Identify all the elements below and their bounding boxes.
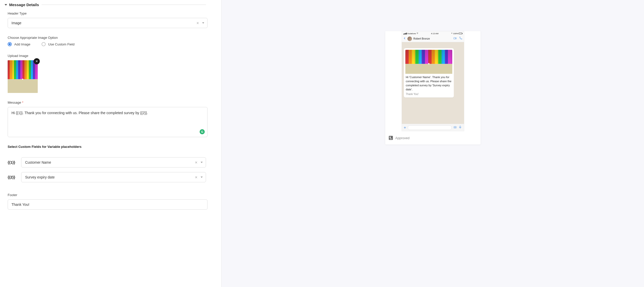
radio-use-custom-field-label: Use Custom Field bbox=[48, 42, 74, 46]
chevron-down-icon bbox=[202, 22, 204, 24]
variable-2-placeholder: {{2}} bbox=[8, 175, 21, 179]
variable-2-value: Survey expiry date bbox=[25, 175, 55, 179]
battery-percent: 100% bbox=[453, 32, 458, 35]
upload-image-label: Upload Image bbox=[8, 54, 206, 58]
status-time: 4:13 AM bbox=[431, 32, 438, 35]
message-footer-text: Thank You! bbox=[405, 93, 452, 96]
remove-image-button[interactable]: ✕ bbox=[34, 58, 40, 64]
header-type-select[interactable]: Image ✕ bbox=[8, 18, 208, 28]
clear-icon[interactable]: ✕ bbox=[195, 161, 198, 164]
camera-icon[interactable] bbox=[453, 125, 457, 130]
message-image bbox=[405, 50, 452, 74]
voice-call-icon[interactable] bbox=[459, 37, 462, 41]
grammarly-icon[interactable]: G bbox=[200, 129, 205, 134]
radio-indicator bbox=[8, 42, 12, 46]
bluetooth-icon bbox=[451, 32, 453, 35]
header-type-label: Header Type bbox=[8, 11, 206, 15]
variable-row-2: {{2}} Survey expiry date ✕ bbox=[8, 172, 206, 182]
chat-body: Hi 'Customer Name'. Thank you for connec… bbox=[402, 42, 464, 124]
chevron-down-icon bbox=[201, 177, 203, 178]
variable-2-select[interactable]: Survey expiry date ✕ bbox=[21, 172, 206, 182]
close-icon: ✕ bbox=[35, 59, 38, 63]
carrier-name: Vodafone bbox=[407, 32, 416, 35]
radio-indicator bbox=[42, 42, 46, 46]
message-label-text: Message bbox=[8, 101, 21, 104]
phone-frame: Vodafone 4:13 AM 100% bbox=[402, 31, 464, 131]
chat-text-input[interactable] bbox=[408, 125, 452, 130]
message-textarea[interactable]: Hi {{1}}. Thank you for connecting with … bbox=[8, 107, 208, 137]
chat-header: Robert Bronze bbox=[402, 35, 464, 42]
custom-fields-heading: Select Custom Fields for Variable placeh… bbox=[8, 145, 206, 149]
footer-label: Footer bbox=[8, 193, 206, 197]
back-icon[interactable] bbox=[403, 37, 406, 41]
approval-status-text: Approved bbox=[395, 136, 410, 140]
section-header[interactable]: Message Details bbox=[5, 3, 206, 7]
radio-use-custom-field[interactable]: Use Custom Field bbox=[42, 42, 74, 46]
variable-1-select[interactable]: Customer Name ✕ bbox=[21, 157, 206, 168]
preview-card: Vodafone 4:13 AM 100% bbox=[385, 31, 481, 145]
image-option-label: Choose Appropriate Image Option bbox=[8, 36, 206, 40]
contact-name[interactable]: Robert Bronze bbox=[414, 37, 452, 40]
clear-icon[interactable]: ✕ bbox=[196, 21, 199, 25]
radio-add-image-label: Add Image bbox=[14, 42, 30, 46]
footer-value: Thank You! bbox=[11, 202, 29, 207]
divider-line bbox=[42, 5, 206, 5]
message-body-text: Hi 'Customer Name'. Thank you for connec… bbox=[405, 75, 452, 93]
contact-avatar[interactable] bbox=[407, 37, 412, 41]
message-label: Message * bbox=[8, 101, 206, 104]
image-option-radio-group: Add Image Use Custom Field bbox=[8, 42, 206, 46]
phone-status-bar: Vodafone 4:13 AM 100% bbox=[402, 31, 464, 35]
required-indicator: * bbox=[22, 101, 23, 104]
variable-row-1: {{1}} Customer Name ✕ bbox=[8, 157, 206, 168]
uploaded-image-thumbnail[interactable] bbox=[8, 60, 38, 93]
image-icon bbox=[389, 136, 393, 140]
variable-1-value: Customer Name bbox=[25, 160, 51, 164]
variable-1-placeholder: {{1}} bbox=[8, 160, 21, 164]
uploaded-image-wrapper: ✕ bbox=[8, 60, 38, 93]
wifi-icon bbox=[416, 32, 418, 35]
chat-input-bar: + bbox=[402, 124, 464, 131]
collapse-icon bbox=[5, 4, 7, 6]
footer-input[interactable]: Thank You! bbox=[8, 199, 208, 210]
battery-icon bbox=[459, 33, 462, 34]
message-details-panel: Message Details Header Type Image ✕ Choo… bbox=[0, 0, 221, 287]
section-title: Message Details bbox=[9, 3, 42, 7]
radio-add-image[interactable]: Add Image bbox=[8, 42, 30, 46]
header-type-value: Image bbox=[11, 21, 21, 25]
message-bubble: Hi 'Customer Name'. Thank you for connec… bbox=[404, 48, 454, 98]
signal-icon bbox=[403, 33, 407, 34]
approval-status-row: Approved bbox=[385, 131, 481, 145]
message-value: Hi {{1}}. Thank you for connecting with … bbox=[11, 110, 204, 116]
plus-icon[interactable]: + bbox=[404, 125, 406, 130]
mic-icon[interactable] bbox=[458, 125, 462, 130]
video-call-icon[interactable] bbox=[453, 37, 457, 41]
chevron-down-icon bbox=[201, 162, 203, 163]
clear-icon[interactable]: ✕ bbox=[195, 175, 198, 179]
preview-panel: Vodafone 4:13 AM 100% bbox=[222, 0, 644, 287]
